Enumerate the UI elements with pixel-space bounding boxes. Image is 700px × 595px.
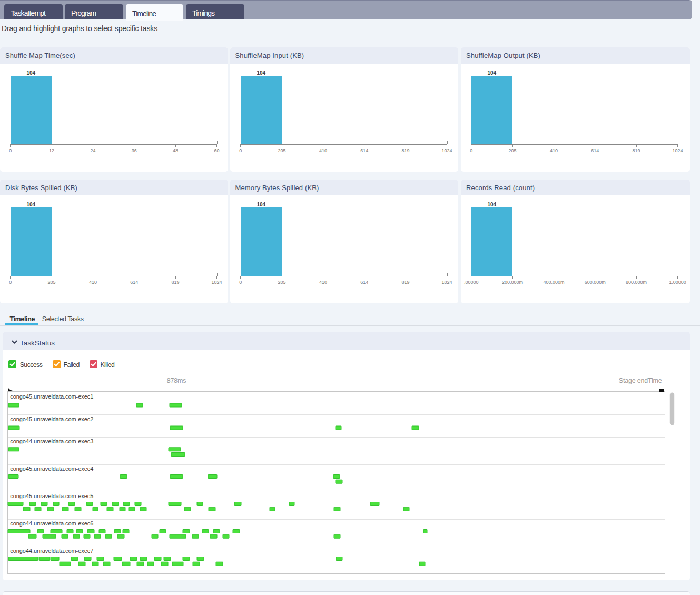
svg-text:congo44.unraveldata.com-exec6: congo44.unraveldata.com-exec6 (10, 520, 93, 527)
svg-text:congo44.unraveldata.com-exec7: congo44.unraveldata.com-exec7 (10, 548, 93, 554)
svg-text:congo44.unraveldata.com-exec3: congo44.unraveldata.com-exec3 (10, 438, 93, 444)
svg-text:congo45.unraveldata.com-exec2: congo45.unraveldata.com-exec2 (10, 416, 93, 422)
svg-text:congo45.unraveldata.com-exec1: congo45.unraveldata.com-exec1 (10, 393, 93, 400)
svg-text:congo45.unraveldata.com-exec4: congo45.unraveldata.com-exec4 (10, 465, 93, 472)
svg-text:congo45.unraveldata.com-exec5: congo45.unraveldata.com-exec5 (10, 493, 93, 499)
